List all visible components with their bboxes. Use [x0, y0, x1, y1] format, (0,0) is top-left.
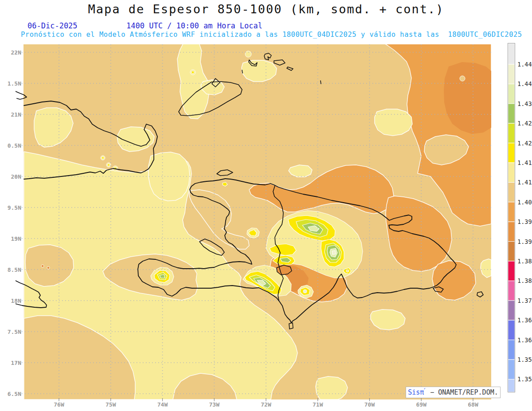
island-bahamas-6 — [321, 81, 321, 84]
lon-tick-label: 70W — [364, 401, 375, 408]
colorbar-tick-label: 1.428 — [517, 120, 532, 127]
lon-tick-label: 71W — [313, 401, 323, 408]
lat-tick-label: 21N — [11, 111, 22, 118]
lon-tick-label: 74W — [157, 401, 168, 408]
lon-tick-label: 73W — [209, 401, 220, 408]
colorbar-tick-label: 1.446 — [517, 61, 532, 68]
lon-tick-label: 75W — [106, 401, 116, 408]
colorbar-tick-label: 1.422 — [517, 140, 532, 147]
lat-tick-label: 6.5N — [8, 391, 21, 397]
lon-tick-label: 76W — [54, 401, 64, 408]
lon-tick-label: 69W — [416, 401, 427, 408]
lon-tick-label: 72W — [261, 401, 271, 408]
lat-tick-label: 19N — [11, 235, 22, 242]
lat-tick-label: 20N — [11, 173, 22, 180]
thickness-map-canvas: 22N1.5N21N0.5N20N9.5N19N8.5N18N7.5N17N6.… — [0, 0, 532, 411]
attribution-box: Sisπ´ − ONAMET/REP.DOM. — [406, 387, 501, 398]
lat-tick-label: 0.5N — [8, 142, 21, 149]
colorbar-tick-label: 1.398 — [517, 218, 532, 225]
lat-tick-label: 8.5N — [8, 266, 21, 273]
colorbar-tick-label: 1.356 — [517, 356, 532, 363]
colorbar-tick-label: 1.374 — [517, 297, 532, 304]
colorbar-tick-label: 1.386 — [517, 258, 532, 265]
colorbar-tick-label: 1.434 — [517, 100, 532, 107]
colorbar: 1.4461.441.4341.4281.4221.4161.411.4041.… — [508, 43, 532, 392]
lat-tick-label: 18N — [11, 297, 22, 304]
lat-tick-label: 22N — [11, 49, 22, 56]
colorbar-tick-label: 1.392 — [517, 238, 532, 245]
sispi-logo-accent: ´ — [422, 388, 426, 394]
colorbar-tick-label: 1.416 — [517, 159, 532, 166]
colorbar-tick-label: 1.44 — [517, 80, 532, 87]
sispi-logo: Sisπ — [408, 388, 424, 396]
lon-tick-label: 68W — [468, 401, 478, 408]
colorbar-tick-label: 1.38 — [517, 277, 532, 284]
attribution-org: − ONAMET/REP.DOM. — [426, 388, 498, 396]
colorbar-tick-label: 1.404 — [517, 199, 532, 206]
island-bahamas-5 — [242, 70, 243, 73]
lat-tick-label: 17N — [11, 360, 22, 366]
colorbar-tick-label: 1.35 — [517, 376, 532, 383]
weather-map-page: Mapa de Espesor 850-1000 (km, somd. + co… — [0, 0, 532, 411]
colorbar-tick-label: 1.41 — [517, 179, 532, 186]
colorbar-tick-label: 1.362 — [517, 337, 532, 344]
lat-tick-label: 1.5N — [8, 80, 21, 87]
lat-tick-label: 7.5N — [8, 329, 21, 335]
lat-tick-label: 9.5N — [8, 204, 21, 211]
colorbar-tick-label: 1.368 — [517, 317, 532, 324]
